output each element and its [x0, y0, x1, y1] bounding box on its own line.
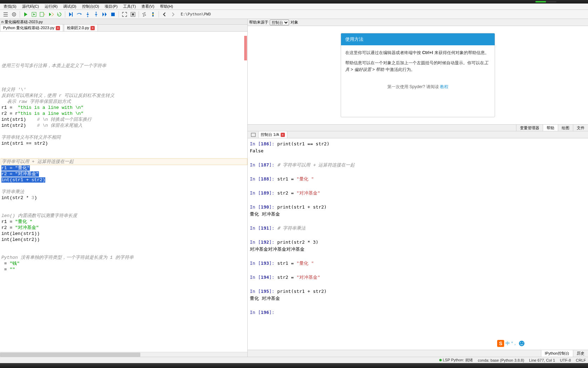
code-line[interactable]: int(str1) # \n 转换成一个回车换行: [1, 117, 247, 123]
close-icon[interactable]: ×: [281, 133, 285, 137]
code-line[interactable]: [1, 45, 247, 51]
close-icon[interactable]: ×: [56, 26, 60, 30]
at-icon[interactable]: [11, 11, 18, 18]
preferences-icon[interactable]: [141, 11, 148, 18]
editor-scrollbar-h[interactable]: [0, 352, 247, 357]
code-line[interactable]: int(len(str2)): [1, 237, 247, 243]
menu-item[interactable]: 调试(D): [60, 4, 79, 9]
code-line[interactable]: [1, 129, 247, 134]
code-line[interactable]: = "钱": [1, 261, 247, 267]
run-cell-advance-icon[interactable]: [39, 11, 46, 18]
code-line[interactable]: [1, 51, 247, 57]
bottom-tab[interactable]: 历史: [573, 350, 588, 357]
step-into-icon[interactable]: [84, 11, 91, 18]
menu-item[interactable]: 查找(S): [1, 4, 19, 9]
code-line[interactable]: 字符串可以用 + 运算符连接在一起: [1, 158, 247, 165]
step-out-icon[interactable]: [93, 11, 100, 18]
forward-icon[interactable]: [169, 11, 176, 18]
code-line[interactable]: [1, 243, 247, 249]
code-line[interactable]: 字符串乘法: [1, 189, 247, 195]
code-line[interactable]: [1, 183, 247, 189]
fullscreen-icon[interactable]: [129, 11, 136, 18]
code-line[interactable]: [1, 146, 247, 152]
code-line[interactable]: int(str1 + str2): [1, 177, 247, 183]
code-line[interactable]: int(str2) # \n 保留在末尾输入: [1, 123, 247, 129]
code-line[interactable]: r1 = "this is a line with \n": [1, 105, 247, 111]
code-line[interactable]: [1, 69, 247, 75]
menu-item[interactable]: 控制台(O): [79, 4, 102, 9]
code-line[interactable]: r2 = "对冲基金": [1, 171, 247, 177]
code-line[interactable]: r1 = "量化 ": [1, 219, 247, 225]
maximize-icon[interactable]: [121, 11, 128, 18]
code-line[interactable]: int(str1 == str2): [1, 140, 247, 146]
code-line[interactable]: int(str2 * 3): [1, 195, 247, 201]
ime-lang: 中: [506, 341, 510, 347]
code-line[interactable]: [1, 33, 247, 39]
console-line: 量化 对冲基金: [250, 211, 586, 218]
code-line[interactable]: 反斜杠可以用来转义，使用 r 可以让反斜杠不发生转义: [1, 93, 247, 99]
bottom-tab[interactable]: IPython控制台: [541, 350, 573, 357]
console-line: [250, 169, 586, 176]
run-selection-icon[interactable]: [47, 11, 54, 18]
outline-icon[interactable]: [2, 11, 9, 18]
console-tab[interactable]: 控制台 1/A ×: [258, 131, 287, 138]
code-line[interactable]: 使用三引号写多行注释，本质上是定义了一个字符串: [1, 63, 247, 69]
run-icon[interactable]: [22, 11, 29, 18]
panel-tab[interactable]: 文件: [573, 125, 588, 131]
code-line[interactable]: r1 = "量化": [1, 165, 247, 171]
status-line[interactable]: Line 677, Col 1: [529, 358, 555, 362]
code-line[interactable]: 转义符 '\': [1, 87, 247, 93]
code-line[interactable]: [1, 57, 247, 63]
editor-content[interactable]: 使用三引号写多行注释，本质上是定义了一个字符串 转义符 '\'反斜杠可以用来转义…: [0, 32, 247, 352]
code-line[interactable]: 表示 raw 字符串保留原始方式: [1, 99, 247, 105]
statusbar: LSP Python: 就绪 conda: base (Python 3.8.8…: [0, 357, 588, 363]
code-line[interactable]: [1, 207, 247, 213]
help-source-select[interactable]: 控制台: [270, 20, 289, 25]
back-icon[interactable]: [161, 11, 168, 18]
status-conda[interactable]: conda: base (Python 3.8.8): [478, 358, 524, 362]
code-line[interactable]: [1, 201, 247, 207]
code-line[interactable]: r2 = "对冲基金": [1, 225, 247, 231]
console-line: [250, 253, 586, 260]
ime-indicator[interactable]: S 中 °，: [497, 340, 525, 347]
os-taskbar[interactable]: [0, 363, 588, 368]
run-cell-icon[interactable]: [31, 11, 38, 18]
menu-item[interactable]: 运行(R): [42, 4, 60, 9]
console-content[interactable]: In [186]: print(str1 == str2)False In [1…: [248, 138, 588, 350]
console-line: [250, 232, 586, 239]
menu-item[interactable]: 源代码(C): [19, 4, 42, 9]
svg-point-6: [96, 12, 97, 13]
close-icon[interactable]: ×: [91, 26, 95, 30]
code-line[interactable]: [1, 152, 247, 158]
menu-item[interactable]: 查看(V): [139, 4, 157, 9]
code-line[interactable]: 字符串转义与不转义并不相同: [1, 134, 247, 140]
code-line[interactable]: int(len(str1)): [1, 231, 247, 237]
debug-icon[interactable]: [67, 11, 74, 18]
code-line[interactable]: r2 = r"this is a line with \n": [1, 111, 247, 117]
rerun-icon[interactable]: [56, 11, 63, 18]
pythonpath-icon[interactable]: [149, 11, 156, 18]
step-over-icon[interactable]: [76, 11, 83, 18]
panel-tab[interactable]: 绘图: [558, 125, 573, 131]
stop-debug-icon[interactable]: [109, 11, 116, 18]
svg-rect-10: [251, 133, 255, 137]
menu-item[interactable]: 工具(T): [120, 4, 139, 9]
console-menu-icon[interactable]: [250, 131, 257, 138]
code-line[interactable]: [1, 81, 247, 87]
code-line[interactable]: [1, 249, 247, 255]
panel-tab[interactable]: 变量管理器: [516, 125, 543, 131]
editor-tab[interactable]: Python 量化编程基础-2023.py×: [0, 24, 63, 31]
panel-tab[interactable]: 帮助: [543, 125, 558, 131]
tutorial-link[interactable]: 教程: [440, 84, 448, 89]
code-line[interactable]: = "": [1, 267, 247, 272]
code-line[interactable]: len() 内置函数可以测量字符串长度: [1, 213, 247, 219]
code-line[interactable]: Python 没有单独的字符类型，一个字符就是长度为 1 的字符串: [1, 255, 247, 261]
console-line: In [195]: print(str1 + str2): [250, 288, 586, 295]
menu-item[interactable]: 帮助(H): [157, 4, 176, 9]
continue-icon[interactable]: [101, 11, 108, 18]
code-line[interactable]: [1, 39, 247, 45]
editor-tab[interactable]: 粉刷匠2.0.py×: [64, 24, 98, 31]
code-line[interactable]: [1, 75, 247, 81]
svg-point-1: [13, 14, 15, 15]
menu-item[interactable]: 项目(P): [102, 4, 120, 9]
